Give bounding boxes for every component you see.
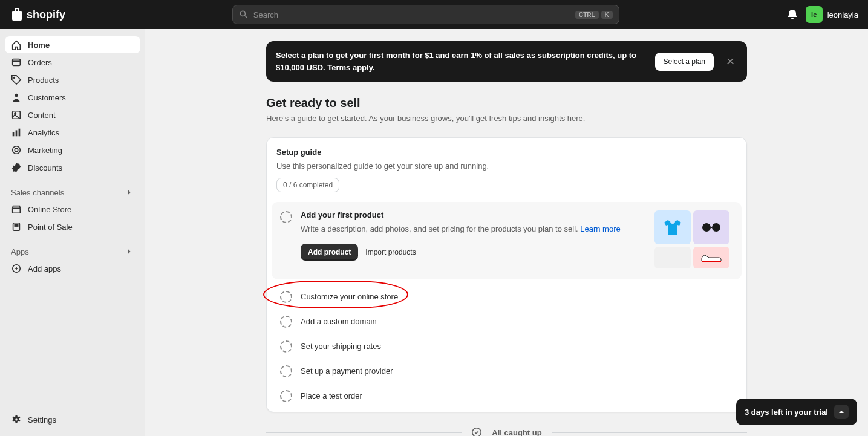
user-menu[interactable]: le leonlayla	[806, 6, 858, 23]
nav-customers[interactable]: Customers	[5, 89, 140, 106]
kbd-ctrl: CTRL	[575, 11, 599, 19]
chevron-right-icon	[125, 247, 134, 256]
learn-more-link[interactable]: Learn more	[580, 224, 620, 233]
chart-icon	[11, 127, 22, 138]
chevron-right-icon	[125, 187, 134, 197]
trial-pill[interactable]: 3 days left in your trial	[736, 399, 857, 425]
nav-content[interactable]: Content	[5, 106, 140, 123]
discount-icon	[11, 162, 22, 173]
nav-marketing[interactable]: Marketing	[5, 142, 140, 158]
svg-rect-5	[13, 132, 15, 136]
step-desc: Write a description, add photos, and set…	[301, 223, 646, 235]
nav-orders[interactable]: Orders	[5, 54, 140, 71]
nav-analytics[interactable]: Analytics	[5, 124, 140, 141]
banner-text: Select a plan to get your first month fo…	[276, 50, 645, 73]
nav-point-of-sale[interactable]: Point of Sale	[5, 218, 140, 235]
apps-header[interactable]: Apps	[5, 243, 140, 260]
step-customize-store[interactable]: Customize your online store	[267, 284, 746, 309]
home-icon	[11, 39, 22, 50]
trial-label: 3 days left in your trial	[745, 408, 828, 417]
search-container: Search CTRL K	[232, 5, 619, 24]
store-icon	[11, 204, 22, 215]
svg-rect-7	[19, 129, 21, 137]
sunglasses-icon	[699, 221, 723, 233]
brand-text: shopify	[27, 8, 65, 21]
search-icon	[239, 10, 249, 19]
svg-point-13	[702, 223, 711, 232]
guide-title: Setup guide	[276, 148, 737, 157]
svg-point-14	[712, 223, 720, 232]
svg-rect-0	[13, 59, 21, 66]
setup-guide-card: Setup guide Use this personalized guide …	[266, 137, 747, 412]
bell-icon[interactable]	[786, 8, 798, 21]
sales-channels-header[interactable]: Sales channels	[5, 184, 140, 201]
avatar: le	[806, 6, 823, 23]
step-payment-provider[interactable]: Set up a payment provider	[267, 359, 746, 383]
nav-online-store[interactable]: Online Store	[5, 201, 140, 218]
progress-badge: 0 / 6 completed	[276, 178, 339, 192]
plan-banner: Select a plan to get your first month fo…	[266, 41, 747, 82]
step-custom-domain[interactable]: Add a custom domain	[267, 309, 746, 334]
step-title: Add your first product	[301, 210, 646, 220]
svg-rect-10	[13, 223, 20, 231]
step-add-product[interactable]: Add your first product Write a descripti…	[272, 202, 742, 279]
import-products-button[interactable]: Import products	[365, 248, 416, 256]
chevron-up-icon	[834, 405, 849, 419]
step-circle-icon	[280, 390, 292, 402]
nav-products[interactable]: Products	[5, 71, 140, 88]
image-icon	[11, 109, 22, 120]
step-circle-icon	[280, 365, 292, 377]
select-plan-button[interactable]: Select a plan	[655, 53, 714, 71]
svg-point-15	[472, 428, 481, 436]
step-test-order[interactable]: Place a test order	[267, 383, 746, 412]
orders-icon	[11, 57, 22, 68]
search-shortcut: CTRL K	[575, 11, 613, 19]
terms-link[interactable]: Terms apply.	[327, 63, 374, 72]
gear-icon	[11, 414, 22, 425]
svg-point-1	[14, 77, 15, 79]
search-input[interactable]: Search CTRL K	[232, 5, 619, 24]
plus-circle-icon	[11, 263, 22, 274]
nav-discounts[interactable]: Discounts	[5, 159, 140, 176]
step-circle-icon	[280, 340, 292, 353]
guide-desc: Use this personalized guide to get your …	[276, 161, 737, 171]
nav-home[interactable]: Home	[5, 36, 140, 53]
tshirt-icon	[661, 215, 685, 239]
page-title: Get ready to sell	[266, 96, 747, 110]
nav-settings[interactable]: Settings	[5, 411, 140, 428]
shoe-icon	[699, 250, 723, 265]
nav-add-apps[interactable]: Add apps	[5, 260, 140, 277]
step-shipping-rates[interactable]: Set your shipping rates	[267, 334, 746, 359]
topbar-right: le leonlayla	[786, 6, 858, 23]
pos-icon	[11, 221, 22, 232]
svg-point-8	[13, 146, 21, 154]
main-content: Select a plan to get your first month fo…	[145, 29, 868, 436]
svg-point-9	[15, 148, 18, 151]
product-illustration	[654, 210, 733, 271]
step-circle-icon	[280, 211, 292, 223]
check-circle-icon	[471, 427, 482, 436]
top-bar: shopify Search CTRL K le leonlayla	[0, 0, 868, 29]
kbd-k: K	[601, 11, 613, 19]
close-icon[interactable]: ✕	[723, 56, 737, 67]
target-icon	[11, 145, 22, 155]
search-placeholder: Search	[253, 10, 570, 19]
caught-up-divider: All caught up	[266, 412, 747, 436]
svg-point-2	[15, 94, 18, 97]
step-circle-icon	[280, 291, 292, 303]
tag-icon	[11, 74, 22, 85]
svg-rect-11	[15, 224, 18, 226]
shopify-logo[interactable]: shopify	[10, 7, 65, 22]
page-subtitle: Here's a guide to get started. As your b…	[266, 114, 747, 123]
person-icon	[11, 92, 22, 103]
sidebar: Home Orders Products Customers Content A…	[0, 29, 145, 436]
shopify-bag-icon	[10, 7, 24, 22]
username: leonlayla	[827, 10, 858, 19]
add-product-button[interactable]: Add product	[301, 244, 358, 261]
step-circle-icon	[280, 316, 292, 328]
svg-rect-6	[16, 130, 18, 136]
